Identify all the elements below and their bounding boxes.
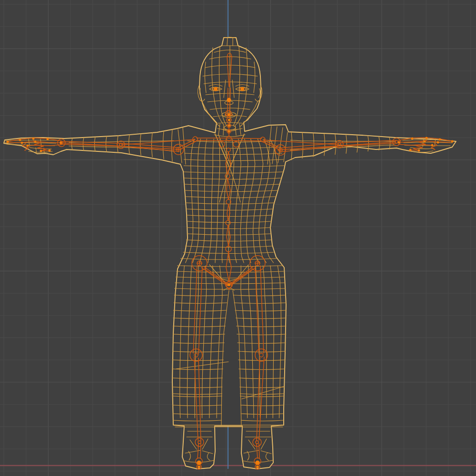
viewport-3d[interactable]	[0, 0, 476, 476]
